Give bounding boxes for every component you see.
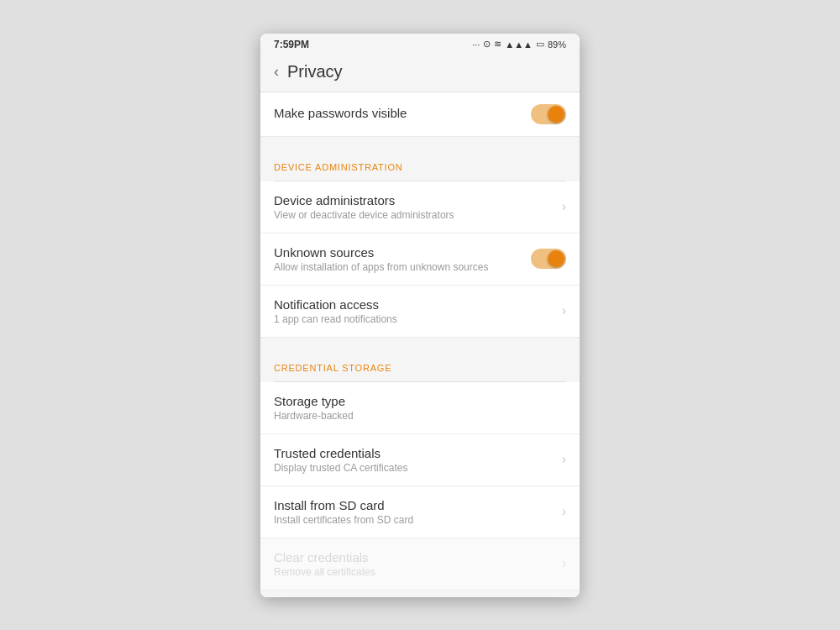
spacer-bottom bbox=[260, 591, 580, 597]
clear-credentials-title: Clear credentials bbox=[274, 550, 555, 564]
status-battery-icon: ▭ bbox=[536, 39, 544, 50]
page-title: Privacy bbox=[287, 62, 343, 81]
back-button[interactable]: ‹ bbox=[274, 63, 279, 81]
status-signal-icon: ▲▲▲ bbox=[505, 39, 533, 50]
setting-notification-access[interactable]: Notification access 1 app can read notif… bbox=[260, 286, 580, 338]
trusted-credentials-subtitle: Display trusted CA certificates bbox=[274, 462, 555, 474]
clear-credentials-chevron-icon: › bbox=[562, 556, 566, 571]
unknown-sources-toggle[interactable] bbox=[531, 249, 566, 269]
storage-type-title: Storage type bbox=[274, 394, 566, 408]
status-battery-percent: 89% bbox=[548, 39, 566, 50]
status-bar: 7:59PM ··· ⊙ ≋ ▲▲▲ ▭ 89% bbox=[260, 34, 580, 54]
notification-access-subtitle: 1 app can read notifications bbox=[274, 313, 555, 325]
toggle-thumb bbox=[548, 106, 564, 123]
install-sd-card-subtitle: Install certificates from SD card bbox=[274, 514, 555, 526]
setting-unknown-sources[interactable]: Unknown sources Allow installation of ap… bbox=[260, 234, 580, 286]
make-passwords-toggle[interactable] bbox=[531, 104, 566, 124]
phone-frame: 7:59PM ··· ⊙ ≋ ▲▲▲ ▭ 89% ‹ Privacy Make … bbox=[260, 34, 580, 597]
device-admin-label: DEVICE ADMINISTRATION bbox=[274, 162, 403, 172]
status-clock-icon: ⊙ bbox=[483, 39, 491, 50]
trusted-credentials-title: Trusted credentials bbox=[274, 446, 555, 460]
clear-credentials-subtitle: Remove all certificates bbox=[274, 566, 555, 578]
toggle-track bbox=[531, 104, 566, 124]
status-icons: ··· ⊙ ≋ ▲▲▲ ▭ 89% bbox=[472, 39, 566, 50]
page-header: ‹ Privacy bbox=[260, 54, 580, 92]
install-sd-card-title: Install from SD card bbox=[274, 498, 555, 512]
setting-clear-credentials: Clear credentials Remove all certificate… bbox=[260, 538, 580, 591]
status-dots-icon: ··· bbox=[472, 39, 480, 50]
unknown-sources-title: Unknown sources bbox=[274, 245, 524, 260]
setting-device-administrators[interactable]: Device administrators View or deactivate… bbox=[260, 181, 580, 234]
make-passwords-title: Make passwords visible bbox=[274, 106, 524, 120]
trusted-credentials-chevron-icon: › bbox=[562, 452, 566, 467]
unknown-sources-subtitle: Allow installation of apps from unknown … bbox=[274, 261, 524, 273]
setting-make-passwords-visible[interactable]: Make passwords visible bbox=[260, 92, 580, 137]
credential-storage-label: CREDENTIAL STORAGE bbox=[274, 363, 391, 373]
notification-access-title: Notification access bbox=[274, 297, 555, 312]
setting-install-from-sd-card[interactable]: Install from SD card Install certificate… bbox=[260, 486, 580, 538]
credential-storage-section-header: CREDENTIAL STORAGE bbox=[260, 344, 580, 381]
setting-trusted-credentials[interactable]: Trusted credentials Display trusted CA c… bbox=[260, 434, 580, 486]
status-wifi-icon: ≋ bbox=[494, 39, 501, 50]
notification-access-chevron-icon: › bbox=[562, 303, 566, 318]
spacer-1 bbox=[260, 137, 580, 144]
device-admin-title: Device administrators bbox=[274, 193, 555, 207]
device-admin-section-header: DEVICE ADMINISTRATION bbox=[260, 144, 580, 181]
spacer-2 bbox=[260, 338, 580, 344]
setting-storage-type[interactable]: Storage type Hardware-backed bbox=[260, 382, 580, 434]
device-admin-chevron-icon: › bbox=[562, 199, 566, 214]
status-time: 7:59PM bbox=[274, 39, 309, 50]
content-area: Make passwords visible DEVICE ADMINISTRA… bbox=[260, 92, 580, 597]
device-admin-subtitle: View or deactivate device administrators bbox=[274, 209, 555, 221]
install-sd-card-chevron-icon: › bbox=[562, 504, 566, 519]
unknown-sources-toggle-track bbox=[531, 249, 566, 269]
storage-type-subtitle: Hardware-backed bbox=[274, 410, 566, 422]
unknown-sources-toggle-thumb bbox=[548, 250, 564, 267]
